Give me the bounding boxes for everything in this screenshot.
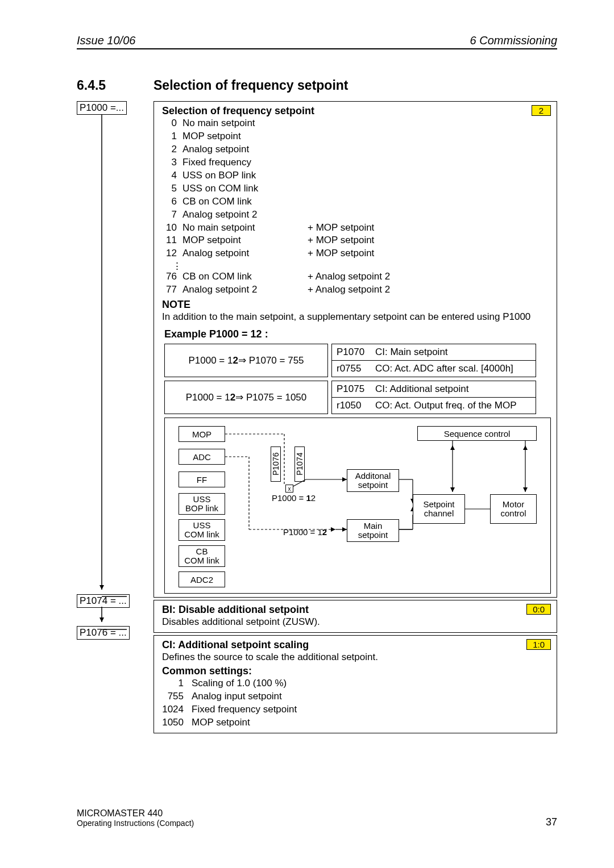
vertical-ellipsis-icon: ⋮ <box>162 260 551 270</box>
section-title: Selection of frequency setpoint <box>154 78 349 93</box>
p1000-badge: 2 <box>532 105 551 116</box>
example-left: P1000 = 12 ⇒ P1070 = 755 <box>164 344 328 377</box>
svg-marker-4 <box>99 617 104 622</box>
opt-extra: + MOP setpoint <box>308 222 374 235</box>
param-code: P1075 <box>337 383 375 395</box>
ex-text: P1000 = 1 <box>188 355 233 366</box>
example-title: Example P1000 = 12 : <box>164 328 551 340</box>
plabel1-b: 1 <box>306 493 310 503</box>
switch-box: x <box>285 485 293 493</box>
opt-extra: + MOP setpoint <box>308 234 374 247</box>
note-title: NOTE <box>162 299 551 311</box>
ex-bold: 2 <box>230 392 235 403</box>
p1076-title: CI: Additional setpoint scaling <box>162 639 526 651</box>
p1076-box: CI: Additional setpoint scaling 1:0 Defi… <box>154 635 557 733</box>
motor-control-box: Motor control <box>490 494 537 524</box>
main-setpoint-box: Main setpoint <box>347 519 399 542</box>
param-tag-p1074: P1074 = ... <box>77 594 130 608</box>
param-desc: CI: Additional setpoint <box>375 383 468 395</box>
opt-num: 5 <box>162 182 182 195</box>
opt-label: Analog setpoint <box>182 247 308 260</box>
footer-subtitle: Operating Instructions (Compact) <box>77 819 194 828</box>
opt-label: MOP setpoint <box>182 234 308 247</box>
opt-label: Analog setpoint <box>182 143 249 156</box>
opt-label: MOP setpoint <box>192 716 250 729</box>
p1076-vert: P1076 <box>271 446 281 482</box>
p1074-desc: Disables additional setpoint (ZUSW). <box>162 616 551 629</box>
opt-num: 1 <box>162 130 182 143</box>
note-text: In addition to the main setpoint, a supp… <box>162 311 551 324</box>
connector-lines <box>77 101 154 675</box>
opt-extra: + MOP setpoint <box>308 247 374 260</box>
opt-num: 1 <box>162 677 192 690</box>
page-number: 37 <box>546 816 557 828</box>
plabel2-a: P1000 = 1 <box>283 527 322 537</box>
svg-marker-1 <box>99 585 104 590</box>
opt-num: 6 <box>162 195 182 208</box>
svg-marker-27 <box>450 487 455 492</box>
opt-num: 11 <box>162 234 182 247</box>
p1076-badge: 1:0 <box>526 639 551 650</box>
ex-bold: 2 <box>233 355 238 366</box>
svg-marker-14 <box>342 477 347 482</box>
param-tag-p1076: P1076 = ... <box>77 626 130 640</box>
src-ff: FF <box>179 471 225 487</box>
opt-label: CB on COM link <box>182 270 308 283</box>
opt-label: USS on BOP link <box>182 169 256 182</box>
opt-extra: + Analog setpoint 2 <box>308 283 390 297</box>
src-cb-com: CB COM link <box>179 545 225 567</box>
p1074-badge: 0:0 <box>526 604 551 615</box>
header-right: 6 Commissioning <box>470 34 557 47</box>
p1000-title: Selection of frequency setpoint <box>162 105 532 117</box>
opt-num: 76 <box>162 270 182 283</box>
ex-text: ⇒ P1070 = 755 <box>238 354 304 366</box>
svg-marker-26 <box>450 445 455 450</box>
opt-label: USS on COM link <box>182 182 258 195</box>
svg-marker-32 <box>342 527 347 532</box>
opt-label: MOP setpoint <box>182 130 241 143</box>
opt-label: Scaling of 1.0 (100 %) <box>192 677 287 690</box>
p1000-box: Selection of frequency setpoint 2 0No ma… <box>154 101 557 598</box>
opt-num: 0 <box>162 117 182 130</box>
param-desc: CO: Act. ADC after scal. [4000h] <box>375 363 513 374</box>
p1074-box: BI: Disable additional setpoint 0:0 Disa… <box>154 600 557 633</box>
opt-label: Analog input setpoint <box>192 690 282 703</box>
example-right-row: r1050CO: Act. Output freq. of the MOP <box>331 398 536 414</box>
section-number: 6.4.5 <box>77 78 154 93</box>
opt-label: Analog setpoint 2 <box>182 283 308 297</box>
param-desc: CI: Main setpoint <box>375 347 448 358</box>
opt-num: 7 <box>162 208 182 222</box>
example-left: P1000 = 12 ⇒ P1075 = 1050 <box>164 381 328 414</box>
opt-label: No main setpoint <box>182 222 308 235</box>
param-code: r1050 <box>337 400 375 411</box>
plabel1: P1000 = 12 <box>272 493 316 503</box>
plabel2: P1000 = 12 <box>283 527 327 537</box>
plabel2-b: 2 <box>322 527 327 537</box>
opt-num: 3 <box>162 156 182 169</box>
opt-num: 4 <box>162 169 182 182</box>
opt-label: No main setpoint <box>182 117 255 130</box>
svg-marker-30 <box>523 487 528 492</box>
plabel1-c: 2 <box>311 493 316 503</box>
footer-product: MICROMASTER 440 <box>77 808 194 819</box>
example-right-row: r0755CO: Act. ADC after scal. [4000h] <box>331 361 536 377</box>
sequence-control-box: Sequence control <box>417 426 537 441</box>
param-desc: CO: Act. Output freq. of the MOP <box>375 400 517 411</box>
src-adc: ADC <box>179 449 225 465</box>
src-adc2: ADC2 <box>179 571 225 587</box>
ex-text: ⇒ P1075 = 1050 <box>235 391 306 403</box>
opt-extra: + Analog setpoint 2 <box>308 270 390 283</box>
opt-label: Analog setpoint 2 <box>182 208 257 222</box>
src-mop: MOP <box>179 426 225 442</box>
header-left: Issue 10/06 <box>77 34 135 47</box>
common-settings-title: Common settings: <box>162 665 551 677</box>
opt-label: Fixed frequency <box>182 156 251 169</box>
ex-text: P1000 = 1 <box>186 392 230 403</box>
example-right-row: P1075CI: Additional setpoint <box>331 381 536 398</box>
opt-label: CB on COM link <box>182 195 252 208</box>
src-uss-com: USS COM link <box>179 519 225 541</box>
plabel1-a: P1000 = <box>272 493 306 503</box>
param-code: P1070 <box>337 347 375 358</box>
additional-setpoint-box: Additonal setpoint <box>347 469 399 492</box>
p1074-vert: P1074 <box>294 446 305 482</box>
